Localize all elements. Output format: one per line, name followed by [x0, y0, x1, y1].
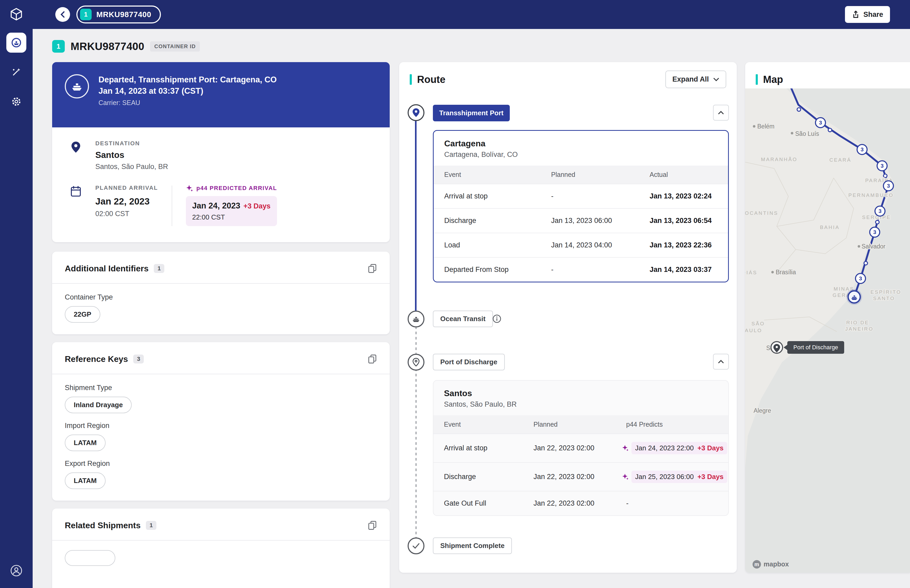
map-label: SANTO — [873, 296, 895, 301]
map-label: TOCANTINS — [745, 210, 778, 216]
cluster-marker[interactable]: 3 — [857, 144, 867, 155]
sidebar — [0, 0, 33, 588]
cluster-marker[interactable]: 3 — [877, 161, 887, 171]
app-window: 1 MRKU9877400 Share 1 MRKU9877400 CONTAI… — [0, 0, 910, 588]
cluster-marker[interactable]: 3 — [855, 273, 865, 283]
shipment-count-badge: 1 — [80, 9, 92, 20]
expand-all-button[interactable]: Expand All — [665, 71, 726, 88]
event-prediction: - — [616, 491, 728, 515]
sidebar-item-automations[interactable] — [6, 62, 26, 82]
cluster-marker[interactable]: 3 — [875, 206, 885, 216]
transshipment-node — [407, 104, 425, 121]
ship-status-icon — [65, 74, 89, 99]
event-name: Discharge — [434, 208, 541, 233]
map-label: BAHIA — [820, 225, 840, 230]
event-planned: Jan 22, 2023 02:00 — [523, 462, 616, 491]
status-headline: Departed, Transshipment Port: Cartagena,… — [99, 74, 277, 85]
stop-name: Cartagena — [444, 139, 718, 149]
vessel-marker[interactable] — [846, 289, 862, 305]
event-row: Departed From Stop - Jan 14, 2023 03:37 — [434, 257, 728, 282]
event-planned: - — [541, 257, 639, 282]
count-badge: 3 — [133, 355, 144, 363]
shipment-type-chip: Inland Drayage — [65, 397, 132, 413]
content: 1 MRKU9877400 CONTAINER ID Departed, Tra… — [33, 29, 910, 588]
map-label: SÃO — [752, 321, 765, 326]
sidebar-item-tracking[interactable] — [6, 32, 26, 53]
count-badge: 1 — [146, 521, 157, 530]
cluster-count: 3 — [873, 229, 876, 235]
location-pin-icon — [412, 108, 420, 117]
container-id-tag: CONTAINER ID — [150, 41, 200, 52]
collapse-transshipment-button[interactable] — [713, 105, 729, 121]
map-label: PERNAMBUCO — [849, 192, 894, 198]
predicted-delta: +3 Days — [243, 202, 270, 210]
map-label: Salvador — [862, 243, 886, 250]
map-canvas[interactable]: MARANHÃO CEARÁ PARAÍBA PERNAMBUCO TOCANT… — [745, 89, 910, 573]
ship-icon — [412, 315, 420, 323]
predicted-arrival-date: Jan 24, 2023 — [192, 201, 241, 210]
planned-arrival-label: PLANNED ARRIVAL — [95, 184, 158, 191]
port-of-discharge-button[interactable]: Port of Discharge — [433, 354, 505, 370]
calendar-icon — [65, 184, 87, 226]
event-planned: Jan 22, 2023 02:00 — [523, 491, 616, 515]
destination-name: Santos — [95, 150, 168, 160]
status-carrier: Carrier: SEAU — [99, 99, 277, 107]
copy-icon[interactable] — [368, 520, 377, 531]
container-type-chip: 22GP — [65, 306, 100, 323]
chevron-up-icon — [718, 360, 724, 364]
related-shipment-chip[interactable] — [65, 550, 115, 566]
ocean-transit-button[interactable]: Ocean Transit — [433, 310, 493, 327]
cluster-marker[interactable]: 3 — [815, 118, 826, 128]
transshipment-port-badge[interactable]: Transshipment Port — [433, 105, 510, 121]
back-button[interactable] — [55, 7, 70, 22]
export-region-chip: LATAM — [65, 472, 105, 489]
info-icon[interactable] — [492, 314, 501, 323]
user-avatar-icon[interactable] — [10, 564, 23, 580]
column-header: Event — [433, 415, 523, 434]
map-label: MARANHÃO — [761, 157, 798, 162]
divider — [52, 283, 390, 284]
event-actual: Jan 13, 2023 02:24 — [639, 184, 728, 208]
map-label: São Luís — [795, 130, 819, 137]
import-region-chip: LATAM — [65, 435, 105, 451]
event-name: Arrival at stop — [433, 434, 523, 462]
mapbox-attribution[interactable]: m mapbox — [753, 560, 789, 569]
event-prediction: Jan 25, 2023 06:00+3 Days — [616, 462, 728, 491]
cluster-marker[interactable]: 3 — [883, 181, 894, 191]
page-title-row: 1 MRKU9877400 CONTAINER ID — [52, 39, 910, 53]
related-shipments-card: Related Shipments 1 — [52, 509, 390, 588]
field-label: Shipment Type — [65, 384, 377, 392]
planned-arrival-block: PLANNED ARRIVAL Jan 22, 2023 02:00 CST — [95, 184, 158, 218]
copy-icon[interactable] — [368, 354, 377, 364]
mapbox-wordmark: mapbox — [764, 561, 789, 568]
event-planned: Jan 14, 2023 04:00 — [541, 233, 639, 257]
event-row: Gate Out Full Jan 22, 2023 02:00 - — [433, 491, 728, 515]
card-title: Additional Identifiers — [65, 264, 149, 273]
sparkle-icon — [622, 473, 629, 480]
shipment-complete-button[interactable]: Shipment Complete — [433, 538, 512, 554]
copy-icon[interactable] — [368, 263, 377, 274]
container-count-badge: 1 — [52, 40, 65, 53]
collapse-pod-button[interactable] — [713, 354, 729, 370]
map-label: JANEIRO — [845, 326, 874, 332]
mapbox-logo-icon: m — [754, 561, 759, 567]
map-label: CEARÁ — [829, 157, 851, 163]
cluster-count: 3 — [860, 146, 864, 152]
stop-location: Cartagena, Bolívar, CO — [444, 150, 718, 159]
count-badge: 1 — [154, 264, 164, 273]
chevron-left-icon — [60, 11, 66, 18]
column-header: Planned — [541, 166, 639, 184]
sidebar-item-settings[interactable] — [6, 92, 26, 111]
cluster-marker[interactable]: 3 — [870, 227, 880, 237]
topbar: 1 MRKU9877400 Share — [33, 0, 910, 29]
share-button[interactable]: Share — [845, 6, 890, 23]
stop-location: Santos, São Paulo, BR — [444, 400, 718, 409]
destination-card: DESTINATION Santos Santos, São Paulo, BR — [52, 128, 390, 242]
location-pin-icon — [65, 140, 87, 171]
shipment-id-pill[interactable]: 1 MRKU9877400 — [76, 5, 161, 23]
app-logo-icon[interactable] — [10, 7, 23, 23]
card-title: Related Shipments — [65, 521, 141, 530]
pod-events-table: Event Planned p44 Predicts Arrival at st… — [433, 415, 728, 515]
event-planned: Jan 13, 2023 06:00 — [541, 208, 639, 233]
map-panel: Map — [745, 62, 910, 573]
